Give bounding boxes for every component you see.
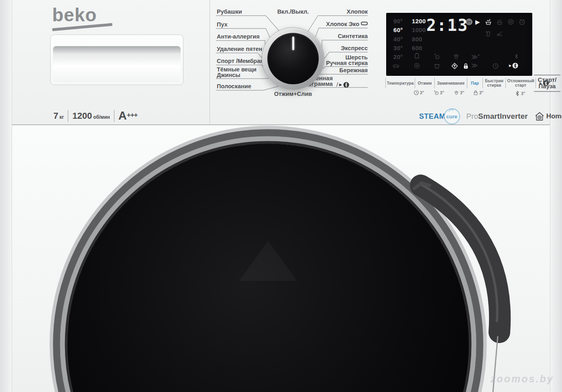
photo-watermark: zoomos.by — [491, 373, 554, 385]
door-assembly — [0, 0, 562, 392]
washing-machine-front: beko 7кг 1200об/мин A+++ — [0, 0, 562, 392]
